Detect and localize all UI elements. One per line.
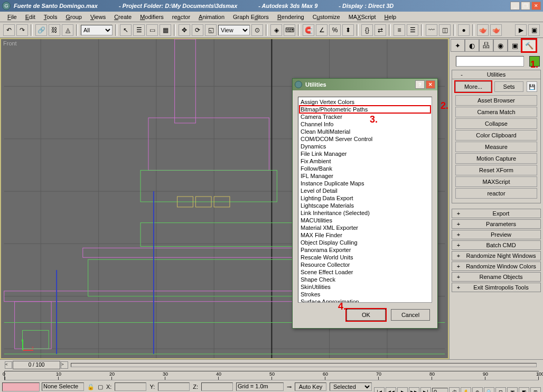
layers-button[interactable]: ☰ <box>407 24 418 36</box>
key-lock-icon[interactable]: ⊸ <box>287 384 292 390</box>
close-button[interactable]: ✕ <box>531 2 541 10</box>
select-by-name-button[interactable]: ☰ <box>133 24 145 36</box>
maxscript-listener[interactable] <box>2 382 40 391</box>
menu-create[interactable]: Create <box>110 13 136 21</box>
align-button[interactable]: ≡ <box>394 24 405 36</box>
utility-list-item[interactable]: Instance Duplicate Maps <box>299 180 430 187</box>
rollout-header[interactable]: +Exit Simtropolis Tools <box>452 283 541 292</box>
utility-list-item[interactable]: File Link Manager <box>299 150 430 157</box>
rollout-header[interactable]: +Batch CMD <box>452 240 541 250</box>
menu-graph-editors[interactable]: Graph Editors <box>229 13 273 21</box>
utility-list-item[interactable]: IFL Manager <box>299 172 430 180</box>
selection-filter-select[interactable]: All <box>81 25 113 35</box>
utility-list-item[interactable]: Dynamics <box>299 143 430 150</box>
curve-editor-button[interactable]: 〰 <box>426 24 437 36</box>
utility-list-item[interactable]: Surface Approximation <box>299 298 430 303</box>
key-mode-select[interactable]: Selected <box>330 382 372 391</box>
utility-list-item[interactable]: Resource Collector <box>299 261 430 268</box>
utility-list-item[interactable]: Camera Tracker <box>299 113 430 120</box>
menu-reactor[interactable]: reactor <box>168 13 194 21</box>
lock-icon[interactable]: 🔒 <box>87 384 95 390</box>
pan-button[interactable]: ✋ <box>461 387 471 392</box>
reactor-toolbar-icon[interactable]: ▶ <box>515 24 527 36</box>
util-motion-capture[interactable]: Motion Capture <box>455 153 537 164</box>
time-slider-thumb[interactable]: 0 / 100 <box>13 361 60 369</box>
menu-views[interactable]: Views <box>86 13 110 21</box>
utilities-tab[interactable]: 🔨 <box>522 39 536 52</box>
utilities-listbox[interactable]: Assign Vertex ColorsBitmap/Photometric P… <box>298 97 432 303</box>
save-set-button[interactable]: 💾 <box>527 81 537 92</box>
utility-list-item[interactable]: Link Inheritance (Selected) <box>299 209 430 217</box>
menu-rendering[interactable]: Rendering <box>273 13 308 21</box>
window-crossing-button[interactable]: ▦ <box>160 24 171 36</box>
arc-rotate-button[interactable]: ⊕ <box>472 387 483 392</box>
rollout-header[interactable]: +Export <box>452 209 541 218</box>
menu-file[interactable]: File <box>3 13 21 21</box>
dialog-close-button[interactable]: ✕ <box>426 80 435 89</box>
menu-animation[interactable]: Animation <box>194 13 229 21</box>
util-asset-browser[interactable]: Asset Browser <box>455 95 537 106</box>
menu-customize[interactable]: Customize <box>308 13 344 21</box>
more-button[interactable]: More... <box>455 81 491 92</box>
move-button[interactable]: ✥ <box>179 24 190 36</box>
menu-maxscript[interactable]: MAXScript <box>344 13 380 21</box>
utility-list-item[interactable]: Bitmap/Photometric Paths <box>299 106 430 113</box>
z-input[interactable] <box>201 382 233 391</box>
dialog-title-bar[interactable]: Utilities ? ✕ <box>293 79 437 90</box>
util-reset-xform[interactable]: Reset XForm <box>455 165 537 175</box>
material-editor-button[interactable]: ● <box>458 24 470 36</box>
undo-button[interactable]: ↶ <box>3 24 15 36</box>
rotate-button[interactable]: ⟳ <box>192 24 203 36</box>
abs-rel-icon[interactable]: ▢ <box>98 384 103 390</box>
next-frame-button[interactable]: ▶▶ <box>409 387 419 392</box>
play-button[interactable]: ▶ <box>397 387 408 392</box>
hierarchy-tab[interactable]: 品 <box>479 39 493 52</box>
render-scene-button[interactable]: 🫖 <box>477 24 489 36</box>
rollout-header[interactable]: +Parameters <box>452 219 541 229</box>
menu-tools[interactable]: Tools <box>40 13 62 21</box>
cancel-button[interactable]: Cancel <box>391 309 430 321</box>
zoom-extents-button[interactable]: ▣ <box>507 387 518 392</box>
pivot-button[interactable]: ⊙ <box>251 24 263 36</box>
coord-system-select[interactable]: View <box>218 25 250 35</box>
utility-list-item[interactable]: Object Display Culling <box>299 239 430 246</box>
utility-list-item[interactable]: Scene Effect Loader <box>299 268 430 276</box>
utility-list-item[interactable]: Rescale World Units <box>299 254 430 261</box>
timeline-ruler[interactable]: 0102030405060708090100 <box>4 371 539 380</box>
percent-snap-toggle[interactable]: % <box>329 24 341 36</box>
reactor-toolbar-icon2[interactable]: ▣ <box>528 24 540 36</box>
select-button[interactable]: ↖ <box>120 24 132 36</box>
mirror-button[interactable]: ⇄ <box>375 24 386 36</box>
utility-list-item[interactable]: SkinUtilities <box>299 283 430 291</box>
utility-list-item[interactable]: Fix Ambient <box>299 157 430 165</box>
next-key-button[interactable]: > <box>61 361 68 369</box>
utility-list-item[interactable]: Lighting Data Export <box>299 194 430 202</box>
utility-list-item[interactable]: Lightscape Materials <box>299 202 430 209</box>
util-maxscript[interactable]: MAXScript <box>455 176 537 187</box>
scale-button[interactable]: ◱ <box>205 24 217 36</box>
schematic-view-button[interactable]: ◫ <box>439 24 451 36</box>
goto-end-button[interactable]: ▶| <box>420 387 431 392</box>
y-input[interactable] <box>158 382 190 391</box>
utility-list-item[interactable]: Assign Vertex Colors <box>299 98 430 106</box>
utility-list-item[interactable]: Shape Check <box>299 276 430 283</box>
display-tab[interactable]: ▣ <box>508 39 522 52</box>
util-reactor[interactable]: reactor <box>455 188 537 199</box>
rollout-header[interactable]: +Preview <box>452 230 541 239</box>
utility-list-item[interactable]: Follow/Bank <box>299 165 430 172</box>
goto-start-button[interactable]: |◀ <box>374 387 385 392</box>
utility-list-item[interactable]: MACUtilities <box>299 217 430 224</box>
utility-list-item[interactable]: Strokes <box>299 291 430 298</box>
angle-snap-toggle[interactable]: ∠ <box>316 24 327 36</box>
prev-key-button[interactable]: < <box>5 361 12 369</box>
time-config-button[interactable]: ⏱ <box>449 387 460 392</box>
snap-toggle[interactable]: 🧲 <box>303 24 314 36</box>
prev-frame-button[interactable]: ◀◀ <box>386 387 396 392</box>
fov-button[interactable]: ◩ <box>519 387 529 392</box>
rollout-header[interactable]: +Randomize Night Windows <box>452 251 541 260</box>
menu-group[interactable]: Group <box>61 13 86 21</box>
named-selections-button[interactable]: {} <box>361 24 373 36</box>
utility-list-item[interactable]: Level of Detail <box>299 187 430 194</box>
dialog-help-button[interactable]: ? <box>415 80 425 89</box>
spinner-snap-toggle[interactable]: ⬍ <box>342 24 354 36</box>
